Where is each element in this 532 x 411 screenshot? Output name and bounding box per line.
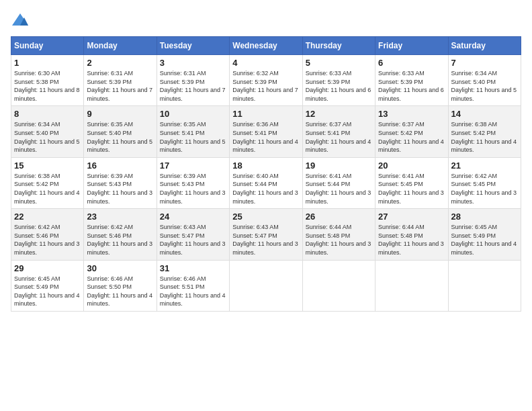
day-number: 9: [87, 109, 153, 119]
day-number: 4: [232, 58, 299, 68]
calendar-cell: 21Sunrise: 6:42 AMSunset: 5:45 PMDayligh…: [448, 157, 521, 208]
day-number: 27: [378, 212, 445, 222]
calendar-cell: 6Sunrise: 6:33 AMSunset: 5:39 PMDaylight…: [375, 55, 448, 106]
calendar-header-tuesday: Tuesday: [157, 37, 229, 55]
day-info: Sunrise: 6:38 AMSunset: 5:42 PMDaylight:…: [451, 120, 518, 154]
calendar-week-row: 22Sunrise: 6:42 AMSunset: 5:46 PMDayligh…: [11, 209, 521, 260]
calendar-cell: 12Sunrise: 6:37 AMSunset: 5:41 PMDayligh…: [302, 106, 375, 157]
page-header: [11, 11, 521, 30]
day-number: 17: [160, 161, 226, 171]
day-info: Sunrise: 6:43 AMSunset: 5:47 PMDaylight:…: [160, 223, 226, 257]
calendar-header-thursday: Thursday: [302, 37, 375, 55]
day-number: 7: [451, 58, 518, 68]
day-number: 21: [451, 161, 518, 171]
calendar-week-row: 15Sunrise: 6:38 AMSunset: 5:42 PMDayligh…: [11, 157, 521, 208]
day-info: Sunrise: 6:42 AMSunset: 5:46 PMDaylight:…: [87, 223, 153, 257]
day-info: Sunrise: 6:39 AMSunset: 5:43 PMDaylight:…: [87, 172, 153, 205]
calendar-cell: 28Sunrise: 6:45 AMSunset: 5:49 PMDayligh…: [448, 209, 521, 260]
day-info: Sunrise: 6:41 AMSunset: 5:45 PMDaylight:…: [378, 172, 445, 205]
calendar-cell: 14Sunrise: 6:38 AMSunset: 5:42 PMDayligh…: [448, 106, 521, 157]
calendar-cell: 25Sunrise: 6:43 AMSunset: 5:47 PMDayligh…: [230, 209, 302, 260]
day-number: 8: [14, 109, 81, 119]
day-number: 18: [232, 161, 299, 171]
day-number: 6: [378, 58, 445, 68]
calendar-cell: 4Sunrise: 6:32 AMSunset: 5:39 PMDaylight…: [230, 55, 302, 106]
calendar-cell: 29Sunrise: 6:45 AMSunset: 5:49 PMDayligh…: [11, 260, 84, 311]
day-info: Sunrise: 6:44 AMSunset: 5:48 PMDaylight:…: [306, 223, 372, 257]
calendar-cell: [375, 260, 448, 311]
day-info: Sunrise: 6:38 AMSunset: 5:42 PMDaylight:…: [14, 172, 81, 205]
day-info: Sunrise: 6:33 AMSunset: 5:39 PMDaylight:…: [378, 69, 445, 103]
day-number: 5: [306, 58, 372, 68]
logo-icon: [11, 11, 30, 30]
day-number: 13: [378, 109, 445, 119]
calendar-cell: 2Sunrise: 6:31 AMSunset: 5:39 PMDaylight…: [84, 55, 157, 106]
day-info: Sunrise: 6:36 AMSunset: 5:41 PMDaylight:…: [232, 120, 299, 154]
day-info: Sunrise: 6:35 AMSunset: 5:40 PMDaylight:…: [87, 120, 153, 154]
calendar-week-row: 1Sunrise: 6:30 AMSunset: 5:38 PMDaylight…: [11, 55, 521, 106]
calendar-header-sunday: Sunday: [11, 37, 84, 55]
calendar-cell: 11Sunrise: 6:36 AMSunset: 5:41 PMDayligh…: [230, 106, 302, 157]
calendar-header-saturday: Saturday: [448, 37, 521, 55]
day-number: 14: [451, 109, 518, 119]
day-number: 1: [14, 58, 81, 68]
day-number: 31: [160, 263, 226, 273]
day-number: 24: [160, 212, 226, 222]
day-number: 15: [14, 161, 81, 171]
calendar-cell: 26Sunrise: 6:44 AMSunset: 5:48 PMDayligh…: [302, 209, 375, 260]
day-info: Sunrise: 6:30 AMSunset: 5:38 PMDaylight:…: [14, 69, 81, 103]
calendar-cell: 16Sunrise: 6:39 AMSunset: 5:43 PMDayligh…: [84, 157, 157, 208]
day-number: 30: [87, 263, 153, 273]
day-info: Sunrise: 6:45 AMSunset: 5:49 PMDaylight:…: [14, 275, 81, 308]
calendar-header-friday: Friday: [375, 37, 448, 55]
calendar-cell: 3Sunrise: 6:31 AMSunset: 5:39 PMDaylight…: [157, 55, 229, 106]
day-number: 22: [14, 212, 81, 222]
day-number: 16: [87, 161, 153, 171]
calendar-cell: 5Sunrise: 6:33 AMSunset: 5:39 PMDaylight…: [302, 55, 375, 106]
day-info: Sunrise: 6:32 AMSunset: 5:39 PMDaylight:…: [232, 69, 299, 103]
calendar-cell: 23Sunrise: 6:42 AMSunset: 5:46 PMDayligh…: [84, 209, 157, 260]
calendar-cell: 8Sunrise: 6:34 AMSunset: 5:40 PMDaylight…: [11, 106, 84, 157]
day-number: 25: [232, 212, 299, 222]
day-info: Sunrise: 6:35 AMSunset: 5:41 PMDaylight:…: [160, 120, 226, 154]
day-info: Sunrise: 6:33 AMSunset: 5:39 PMDaylight:…: [306, 69, 372, 103]
logo: [11, 11, 32, 30]
day-number: 3: [160, 58, 226, 68]
calendar-cell: 30Sunrise: 6:46 AMSunset: 5:50 PMDayligh…: [84, 260, 157, 311]
calendar-week-row: 29Sunrise: 6:45 AMSunset: 5:49 PMDayligh…: [11, 260, 521, 311]
calendar-cell: 1Sunrise: 6:30 AMSunset: 5:38 PMDaylight…: [11, 55, 84, 106]
day-number: 2: [87, 58, 153, 68]
day-number: 12: [306, 109, 372, 119]
day-number: 20: [378, 161, 445, 171]
calendar-cell: 19Sunrise: 6:41 AMSunset: 5:44 PMDayligh…: [302, 157, 375, 208]
day-info: Sunrise: 6:40 AMSunset: 5:44 PMDaylight:…: [232, 172, 299, 205]
day-info: Sunrise: 6:46 AMSunset: 5:50 PMDaylight:…: [87, 275, 153, 308]
calendar-cell: 10Sunrise: 6:35 AMSunset: 5:41 PMDayligh…: [157, 106, 229, 157]
day-info: Sunrise: 6:43 AMSunset: 5:47 PMDaylight:…: [232, 223, 299, 257]
day-number: 26: [306, 212, 372, 222]
calendar-cell: 27Sunrise: 6:44 AMSunset: 5:48 PMDayligh…: [375, 209, 448, 260]
day-number: 29: [14, 263, 81, 273]
calendar-cell: 17Sunrise: 6:39 AMSunset: 5:43 PMDayligh…: [157, 157, 229, 208]
day-info: Sunrise: 6:44 AMSunset: 5:48 PMDaylight:…: [378, 223, 445, 257]
calendar-header-wednesday: Wednesday: [230, 37, 302, 55]
calendar-header-monday: Monday: [84, 37, 157, 55]
day-number: 11: [232, 109, 299, 119]
calendar-cell: 24Sunrise: 6:43 AMSunset: 5:47 PMDayligh…: [157, 209, 229, 260]
calendar: SundayMondayTuesdayWednesdayThursdayFrid…: [11, 36, 521, 312]
day-info: Sunrise: 6:31 AMSunset: 5:39 PMDaylight:…: [87, 69, 153, 103]
calendar-header-row: SundayMondayTuesdayWednesdayThursdayFrid…: [11, 37, 521, 55]
calendar-cell: [230, 260, 302, 311]
calendar-cell: 13Sunrise: 6:37 AMSunset: 5:42 PMDayligh…: [375, 106, 448, 157]
day-info: Sunrise: 6:34 AMSunset: 5:40 PMDaylight:…: [451, 69, 518, 103]
day-info: Sunrise: 6:39 AMSunset: 5:43 PMDaylight:…: [160, 172, 226, 205]
day-info: Sunrise: 6:34 AMSunset: 5:40 PMDaylight:…: [14, 120, 81, 154]
calendar-week-row: 8Sunrise: 6:34 AMSunset: 5:40 PMDaylight…: [11, 106, 521, 157]
day-info: Sunrise: 6:42 AMSunset: 5:45 PMDaylight:…: [451, 172, 518, 205]
day-number: 23: [87, 212, 153, 222]
calendar-cell: 18Sunrise: 6:40 AMSunset: 5:44 PMDayligh…: [230, 157, 302, 208]
calendar-cell: 20Sunrise: 6:41 AMSunset: 5:45 PMDayligh…: [375, 157, 448, 208]
calendar-cell: 15Sunrise: 6:38 AMSunset: 5:42 PMDayligh…: [11, 157, 84, 208]
day-info: Sunrise: 6:46 AMSunset: 5:51 PMDaylight:…: [160, 275, 226, 308]
day-number: 28: [451, 212, 518, 222]
